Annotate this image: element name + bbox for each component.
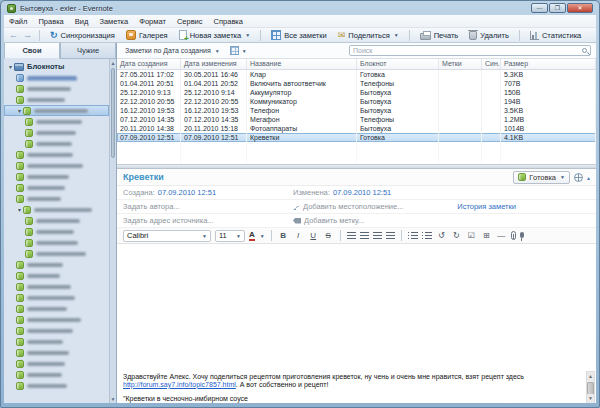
microphone-icon[interactable] [520, 232, 524, 238]
sync-button[interactable]: ↻ Синхронизация [47, 29, 118, 41]
recipe-link[interactable]: http://forum.say7.info/topic7857.html [123, 381, 236, 388]
sidebar-scrollbar[interactable]: ▲ ▼ [109, 59, 116, 403]
created-value[interactable]: 07.09.2010 12:51 [158, 188, 216, 197]
menu-tools[interactable]: Сервис [177, 17, 203, 26]
sidebar-item[interactable] [4, 369, 109, 380]
sidebar-item[interactable] [4, 281, 109, 292]
close-button[interactable]: ✕ [567, 3, 593, 13]
globe-icon[interactable] [574, 173, 583, 182]
sidebar-item-selected[interactable]: ▾ [4, 105, 109, 116]
align-center-button[interactable] [360, 232, 369, 240]
sidebar-item[interactable] [4, 237, 109, 248]
sidebar-item[interactable] [4, 314, 109, 325]
sidebar-item[interactable] [4, 270, 109, 281]
chevron-down-icon[interactable]: ▼ [236, 233, 241, 239]
menu-view[interactable]: Вид [75, 17, 89, 26]
strikethrough-button[interactable]: S [323, 230, 334, 242]
editor-scrollbar[interactable]: ▲ ▼ [586, 371, 595, 403]
scrollbar-thumb[interactable] [111, 68, 115, 158]
sidebar-item[interactable] [4, 325, 109, 336]
scroll-down-icon[interactable]: ▼ [587, 394, 594, 403]
undo-button[interactable]: ↺ [436, 230, 447, 242]
align-left-button[interactable] [347, 232, 356, 240]
minimize-button[interactable]: — [531, 3, 548, 13]
note-title[interactable]: Креветки [123, 172, 164, 182]
scroll-up-icon[interactable]: ▲ [110, 59, 116, 67]
back-button[interactable]: ← [9, 30, 18, 40]
tab-own[interactable]: Свои [4, 43, 60, 59]
column-notebook[interactable]: Блокнот [357, 59, 439, 69]
scroll-up-icon[interactable]: ▲ [587, 372, 594, 381]
align-right-button[interactable] [373, 232, 382, 240]
column-title[interactable]: Название [247, 59, 357, 69]
sidebar-item[interactable] [4, 336, 109, 347]
sidebar-item[interactable] [4, 160, 109, 171]
table-row[interactable]: 16.12.2010 19:53 16.12.2010 19:53 Телефо… [117, 106, 596, 115]
search-icon[interactable] [582, 48, 587, 53]
search-input[interactable] [353, 47, 582, 54]
title-bar[interactable]: Бытовуха - exler - Evernote — ❐ ✕ [1, 1, 599, 15]
tab-others[interactable]: Чужие [60, 43, 116, 59]
forward-button[interactable]: → [23, 30, 32, 40]
menu-file[interactable]: Файл [9, 17, 27, 26]
sidebar-item[interactable] [4, 94, 109, 105]
set-source-field[interactable]: Задать адрес источника... [123, 216, 293, 225]
chevron-down-icon[interactable]: ▼ [215, 48, 220, 54]
table-row[interactable]: 20.11.2010 14:38 20.11.2010 15:18 Фотоап… [117, 124, 596, 133]
view-mode-dropdown[interactable]: ▼ [230, 46, 247, 55]
table-row[interactable]: 22.12.2010 20:55 22.12.2010 20:55 Коммун… [117, 97, 596, 106]
sidebar-root-notebooks[interactable]: ▾ Блокноты [4, 61, 109, 72]
table-row[interactable]: 25.12.2010 9:13 25.12.2010 9:14 Аккумуля… [117, 88, 596, 97]
print-button[interactable]: Печать [417, 29, 462, 41]
all-notes-button[interactable]: Все заметки [268, 29, 330, 41]
menu-note[interactable]: Заметка [99, 17, 128, 26]
new-note-button[interactable]: Новая заметка ▼ [176, 29, 254, 41]
font-size-select[interactable]: 11 ▼ [215, 230, 245, 242]
expand-arrow-icon[interactable]: ▾ [7, 63, 14, 70]
table-button[interactable]: ⊞ [481, 230, 492, 242]
sidebar-item[interactable] [4, 171, 109, 182]
checkbox-button[interactable]: ☑ [466, 230, 477, 242]
column-size[interactable]: Размер [501, 59, 596, 69]
sidebar-item[interactable] [4, 215, 109, 226]
menu-format[interactable]: Формат [139, 17, 166, 26]
column-modified[interactable]: Дата изменения [181, 59, 247, 69]
set-author-field[interactable]: Задать автора... [123, 202, 293, 211]
menu-help[interactable]: Справка [214, 17, 243, 26]
chevron-down-icon[interactable]: ▼ [242, 48, 247, 54]
delete-button[interactable]: Удалить [466, 29, 512, 41]
expand-arrow-icon[interactable]: ▾ [16, 206, 23, 213]
sidebar-item[interactable] [4, 380, 109, 391]
sidebar-item[interactable] [4, 226, 109, 237]
add-location-field[interactable]: Добавить местоположение... [303, 202, 403, 211]
sidebar-item[interactable]: ▾ [4, 204, 109, 215]
table-row[interactable]: 07.12.2010 14:35 07.12.2010 14:35 Мегафо… [117, 115, 596, 124]
attachment-icon[interactable] [511, 231, 516, 240]
table-row-selected[interactable]: 07.09.2010 12:51 07.09.2010 12:51 Кревет… [117, 133, 596, 142]
menu-edit[interactable]: Правка [38, 17, 63, 26]
sidebar-item[interactable] [4, 358, 109, 369]
chevron-down-icon[interactable]: ▼ [394, 32, 399, 38]
sidebar-item[interactable] [4, 347, 109, 358]
underline-button[interactable]: U [308, 230, 319, 242]
horizontal-rule-button[interactable]: — [496, 230, 507, 242]
bullet-list-button[interactable] [408, 232, 418, 240]
font-color-button[interactable]: A [249, 231, 255, 241]
table-row[interactable]: 01.04.2011 20:51 01.04.2011 20:52 Включи… [117, 79, 596, 88]
note-history-link[interactable]: История заметки [457, 202, 516, 211]
chevron-down-icon[interactable]: ▼ [245, 32, 250, 38]
sidebar-item[interactable] [4, 248, 109, 259]
sidebar-item[interactable] [4, 292, 109, 303]
add-tag-field[interactable]: Добавить метку... [304, 216, 364, 225]
chevron-down-icon[interactable]: ▼ [260, 233, 265, 239]
chevron-down-icon[interactable]: ▼ [202, 233, 207, 239]
bold-button[interactable]: B [278, 230, 289, 242]
statistics-button[interactable]: Статистика [527, 30, 584, 41]
redo-button[interactable]: ↻ [451, 230, 462, 242]
sidebar-item[interactable] [4, 83, 109, 94]
notebook-selector[interactable]: Готовка ▼ [513, 171, 570, 184]
sidebar-item[interactable] [4, 116, 109, 127]
sidebar-item[interactable] [4, 303, 109, 314]
maximize-button[interactable]: ❐ [549, 3, 566, 13]
numbered-list-button[interactable] [422, 232, 432, 240]
